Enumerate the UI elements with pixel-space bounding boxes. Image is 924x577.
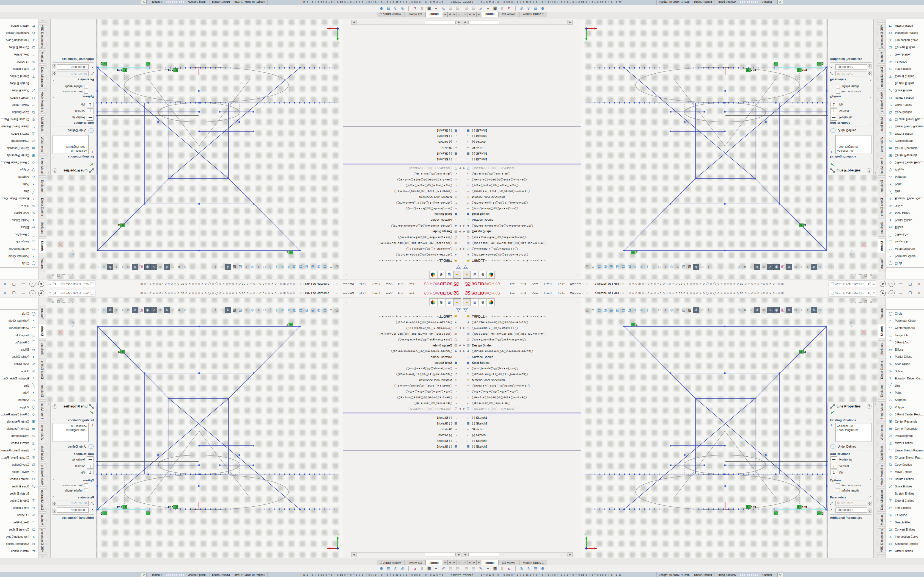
expand-arrow-icon[interactable]: ▶ — [458, 167, 462, 169]
tool-3-point-arc[interactable]: ⌒3 Point Arc — [0, 231, 38, 238]
tab-model[interactable]: Model — [482, 12, 498, 17]
sketch-line[interactable] — [169, 68, 300, 179]
sketch-vertex[interactable] — [765, 455, 767, 456]
menu-view[interactable]: View — [383, 281, 396, 287]
tool-move-entities[interactable]: ↗Move Entities — [0, 102, 38, 109]
sketch-vertex[interactable] — [775, 474, 777, 475]
sketch-line[interactable] — [755, 179, 826, 251]
tree-item[interactable]: ◴◯Ƨ5∗◎Ƨ5⋈∃Ƨ5◯◎◯Ƨ5∃⋈Ƨ5◎∗Ƨ5◯ — [462, 235, 581, 240]
menu-window[interactable]: Window — [340, 281, 357, 287]
sketch-vertex[interactable] — [219, 111, 221, 113]
sketch-line[interactable] — [169, 398, 300, 509]
parameter-value[interactable]: 0.00000000° — [57, 508, 89, 513]
close-button[interactable]: ✕ — [0, 282, 9, 286]
tool-sketch-fillet[interactable]: ◜Sketch Fillet — [886, 51, 924, 58]
tool-extend-entities[interactable]: ⊤Extend Entities — [0, 73, 38, 80]
add-relations-header[interactable]: Add Relations — [74, 452, 94, 456]
sketch-vertex[interactable] — [724, 465, 726, 466]
sketch-vertex[interactable] — [670, 372, 671, 374]
tree-item[interactable]: ★◯Ƨ5Ⅎ∃⋇◦∗◎ΛΑΦ◯◎◯ΦΑΛ◎∗◦⋇∃ⅎƧ5◯ — [462, 319, 581, 325]
spin-up-icon[interactable]: ▲ — [867, 501, 871, 503]
tree-item[interactable]: ◴◯Ƨ5∗◎Ƨ5⋈∃Ƨ5◯◎◯Ƨ5∃⋈Ƨ5◎∗Ƨ5◯ — [343, 337, 462, 342]
bottom-toolbar-icon[interactable]: ⊾ — [506, 566, 513, 572]
tab-nav-icon[interactable]: ▶ — [472, 12, 477, 17]
restore-button[interactable]: ❐ — [10, 282, 18, 286]
tree-item[interactable]: ▶⛉◯Ƨ5∃Ⅎ⋈Α⋃◦◯◎◯◦⋃Α⋈Ⅎ∃Ƨ5◯ — [343, 165, 462, 171]
cancel-sketch-icon[interactable]: ✕ — [57, 327, 64, 337]
spin-up-icon[interactable]: ▲ — [53, 67, 57, 69]
sketch-vertex[interactable] — [724, 250, 726, 251]
sketch-vertex[interactable] — [199, 372, 200, 374]
sketch-vertex[interactable] — [144, 372, 145, 374]
tab-mesh-modeling[interactable]: Mesh Modeling — [39, 90, 46, 114]
relation-badge[interactable]: ▱3 — [631, 323, 638, 326]
unit-system-dropdown[interactable]: Custom ▴ — [760, 572, 776, 577]
option-length[interactable]: Infinite length — [836, 488, 871, 492]
sketch-vertex[interactable] — [199, 445, 200, 446]
relation-badge[interactable]: ∕ — [146, 512, 150, 515]
sketch-tree-item[interactable]: ⌐Sketch3 — [462, 426, 581, 432]
tree-item[interactable]: ≡Material <not specified> — [343, 377, 462, 383]
inactive-sketch-ellipse[interactable] — [124, 67, 289, 103]
construction-line[interactable] — [674, 79, 725, 146]
restore-button[interactable]: ❐ — [906, 282, 914, 286]
tab-motion-study-1[interactable]: Motion Study 1 — [519, 12, 548, 17]
relation-badge[interactable]: ▱3 — [100, 512, 107, 515]
tool-polygon[interactable]: ⬡Polygon — [886, 403, 924, 411]
tag-corner-icon[interactable]: ✎ — [141, 0, 147, 5]
tab-sheet-metal[interactable]: Sheet Metal — [878, 156, 885, 176]
tool-polygon[interactable]: ⬡Polygon — [886, 166, 924, 173]
tab-direct-editing[interactable]: Direct Editing — [39, 359, 46, 381]
tool-fit-spline[interactable]: ∿Fit Spline — [0, 58, 38, 66]
bottom-toolbar-icon[interactable]: ≡ — [433, 5, 439, 11]
expand-arrow-icon[interactable]: ▶ — [458, 327, 462, 329]
tool-intersection-curve[interactable]: ⩓Intersection Curve — [0, 37, 38, 44]
tab-sketch[interactable]: Sketch — [878, 324, 885, 339]
bottom-toolbar-icon[interactable]: ◷ — [393, 566, 399, 572]
sketch-vertex[interactable] — [724, 203, 726, 205]
sketch-vertex[interactable] — [97, 67, 99, 68]
relation-badge[interactable]: ∕ — [774, 512, 778, 515]
tool-tangent-arc[interactable]: ◡Tangent Arc — [0, 332, 38, 339]
sketch-vertex[interactable] — [97, 111, 99, 113]
tool-scale-entities[interactable]: ⤢Scale Entities — [886, 483, 924, 490]
propertymanager-tab[interactable]: ⊟ — [445, 298, 453, 306]
sketch-tree-item[interactable]: ⌐(-) Sketch1 — [343, 414, 462, 421]
tab-motion-study-1[interactable]: Motion Study 1 — [519, 560, 548, 565]
scroll-left-icon[interactable]: ◀ — [462, 20, 467, 25]
tool-line[interactable]: ╱Line — [0, 188, 38, 195]
relation-badge[interactable]: ▱3 — [817, 512, 824, 515]
sketch-vertex[interactable] — [684, 455, 686, 456]
exit-sketch-icon[interactable]: ↩ — [847, 321, 855, 327]
tool-segment[interactable]: ∴Segment — [0, 396, 38, 403]
tab-weldments[interactable]: Weldments — [39, 423, 46, 442]
expand-arrow-icon[interactable]: ▶ — [462, 350, 466, 352]
sketch-vertex[interactable] — [299, 326, 301, 327]
tab-markup[interactable]: Markup — [878, 50, 885, 64]
menu-edit[interactable]: Edit — [395, 290, 406, 296]
tree-item[interactable]: ▱◯⋇∝⊅◦∗◯∗◎⊕◯◎◯⊕◎∗◯∗◦⊄∝⋇◯ — [462, 394, 581, 400]
tree-item[interactable]: ▶◷◯⋏∗◎⋇Ƨ5◦∝◯◎◯∝◦Ƨ5⋇◎∗⋏◯ — [462, 246, 581, 252]
inactive-sketch-ellipse[interactable] — [635, 67, 800, 103]
parameters-header[interactable]: Parameters — [830, 496, 846, 499]
sketch-vertex[interactable] — [199, 326, 200, 327]
expand-arrow-icon[interactable]: ▶ — [458, 248, 462, 250]
expand-arrow-icon[interactable]: ▶ — [462, 408, 466, 410]
user-account-icon[interactable]: ☻ — [880, 290, 886, 296]
relation-item[interactable]: Collinear108 — [837, 424, 870, 428]
sketch-vertex[interactable] — [199, 474, 200, 475]
tool-mirror-entities[interactable]: ◫Mirror Entities — [886, 130, 924, 137]
tab-surfaces[interactable]: Surfaces — [39, 340, 46, 357]
sketch-vertex[interactable] — [684, 121, 686, 123]
expand-arrow-icon[interactable]: ▶ — [462, 230, 466, 233]
tool-stretch-entities[interactable]: ↔Stretch Entities — [886, 80, 924, 87]
tab-sheet-metal[interactable]: Sheet Metal — [39, 401, 46, 421]
tool-move-entities[interactable]: ↗Move Entities — [886, 102, 924, 109]
tree-item[interactable]: ▱◯⋇⋈◎∗+◯⋇◎⊕◯◎◯⊕◎⋇◯+∗◎⋈⋇◯ — [343, 189, 462, 194]
add-relations-header[interactable]: Add Relations — [830, 452, 850, 456]
close-button[interactable]: ✕ — [0, 291, 9, 295]
tree-item[interactable]: ★◯Ƨ5Ⅎ∃⋇◦∗◎ΛΑΦ◯◎◯ΦΑΛ◎∗◦⋇∃ⅎƧ5◯ — [343, 252, 462, 258]
sketch-vertex[interactable] — [168, 178, 170, 179]
dimxpertmanager-tab[interactable] — [487, 298, 495, 306]
user-account-icon[interactable]: ☻ — [38, 281, 44, 287]
